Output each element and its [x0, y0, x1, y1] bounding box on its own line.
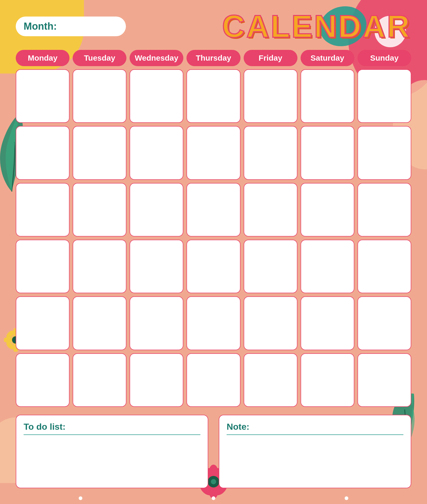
table-row[interactable]: [186, 183, 240, 237]
calendar-grid: [16, 69, 411, 407]
table-row[interactable]: [73, 183, 126, 237]
days-header: Monday Tuesday Wednesday Thursday Friday…: [16, 50, 411, 66]
day-header-tuesday: Tuesday: [73, 50, 126, 66]
table-row[interactable]: [244, 353, 297, 407]
note-label: Note:: [227, 422, 403, 432]
table-row[interactable]: [130, 69, 183, 123]
header-row: Month: CALENDAR: [16, 10, 411, 42]
table-row[interactable]: [16, 126, 70, 180]
table-row[interactable]: [357, 69, 411, 123]
table-row[interactable]: [244, 183, 297, 237]
dot-right: [345, 496, 348, 500]
table-row[interactable]: [357, 240, 411, 293]
day-header-saturday: Saturday: [301, 50, 354, 66]
table-row[interactable]: [16, 183, 70, 237]
day-header-monday: Monday: [16, 50, 70, 66]
table-row[interactable]: [301, 126, 354, 180]
table-row[interactable]: [301, 296, 354, 350]
table-row[interactable]: [186, 69, 240, 123]
table-row[interactable]: [244, 69, 297, 123]
todo-box[interactable]: To do list:: [16, 415, 208, 488]
table-row[interactable]: [130, 183, 183, 237]
table-row[interactable]: [73, 296, 126, 350]
table-row[interactable]: [73, 126, 126, 180]
table-row[interactable]: [130, 126, 183, 180]
dot-center: [212, 496, 215, 500]
table-row[interactable]: [301, 353, 354, 407]
table-row[interactable]: [73, 353, 126, 407]
calendar-title: CALENDAR: [222, 10, 411, 42]
table-row[interactable]: [244, 126, 297, 180]
table-row[interactable]: [357, 353, 411, 407]
table-row[interactable]: [16, 353, 70, 407]
table-row[interactable]: [186, 353, 240, 407]
table-row[interactable]: [244, 240, 297, 293]
note-divider: [227, 434, 403, 435]
table-row[interactable]: [244, 296, 297, 350]
table-row[interactable]: [16, 240, 70, 293]
table-row[interactable]: [301, 69, 354, 123]
table-row[interactable]: [357, 296, 411, 350]
day-header-sunday: Sunday: [357, 50, 411, 66]
day-header-thursday: Thursday: [186, 50, 240, 66]
table-row[interactable]: [130, 240, 183, 293]
table-row[interactable]: [130, 353, 183, 407]
table-row[interactable]: [301, 240, 354, 293]
todo-label: To do list:: [24, 422, 200, 432]
table-row[interactable]: [186, 126, 240, 180]
table-row[interactable]: [186, 240, 240, 293]
table-row[interactable]: [73, 69, 126, 123]
table-row[interactable]: [301, 183, 354, 237]
main-container: Month: CALENDAR Monday Tuesday Wednesday…: [0, 0, 427, 504]
month-label: Month:: [24, 21, 57, 32]
table-row[interactable]: [186, 296, 240, 350]
dot-left: [79, 496, 82, 500]
month-field[interactable]: Month:: [16, 17, 126, 36]
table-row[interactable]: [73, 240, 126, 293]
table-row[interactable]: [357, 126, 411, 180]
table-row[interactable]: [16, 296, 70, 350]
table-row[interactable]: [357, 183, 411, 237]
note-box[interactable]: Note:: [219, 415, 411, 488]
table-row[interactable]: [130, 296, 183, 350]
todo-divider: [24, 434, 200, 435]
table-row[interactable]: [16, 69, 70, 123]
bottom-section: To do list: Note:: [16, 415, 411, 488]
day-header-friday: Friday: [244, 50, 297, 66]
day-header-wednesday: Wednesday: [130, 50, 183, 66]
